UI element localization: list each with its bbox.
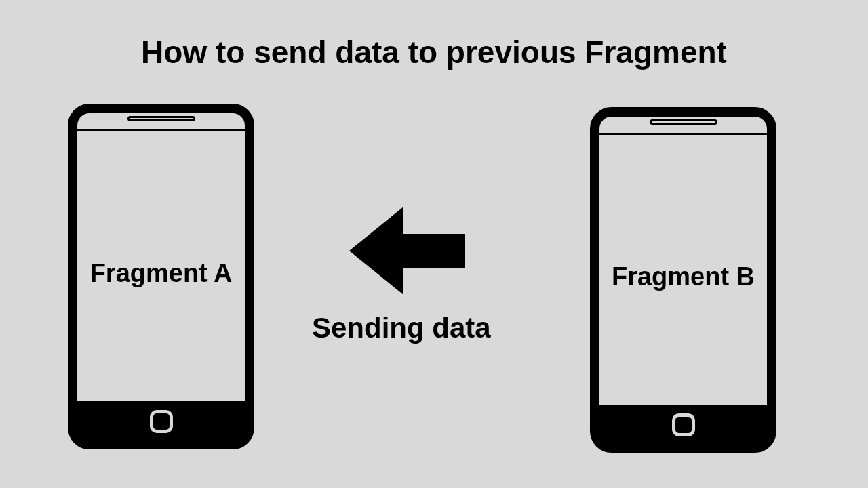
arrow-caption: Sending data (312, 312, 491, 344)
phone-b-label: Fragment B (612, 262, 755, 291)
arrow-left-icon (349, 207, 465, 295)
phone-a: Fragment A (68, 104, 254, 449)
svg-marker-0 (349, 207, 465, 295)
phone-b: Fragment B (590, 107, 776, 453)
home-button-icon (150, 410, 173, 433)
diagram-title: How to send data to previous Fragment (141, 34, 727, 70)
phone-speaker-icon (127, 116, 195, 121)
phone-a-label: Fragment A (90, 259, 233, 288)
phone-speaker-icon (650, 119, 717, 125)
phone-divider-top (599, 133, 767, 135)
home-button-icon (672, 413, 695, 436)
phone-divider-top (77, 129, 245, 131)
